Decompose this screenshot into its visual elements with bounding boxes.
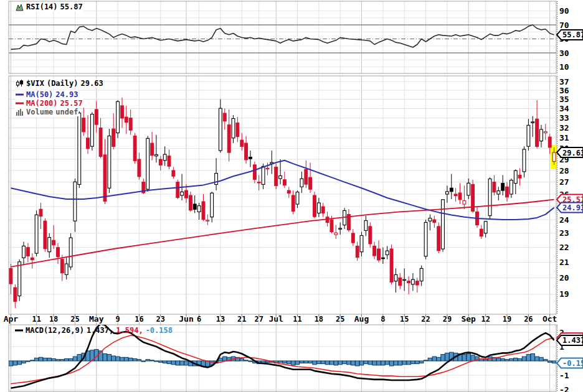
date-label: 11 [293, 315, 301, 324]
macd-legend: MACD(12,26,9) 1.437, 1.594, -0.158 [15, 326, 173, 335]
date-label: 21 [237, 315, 246, 324]
candles [9, 98, 557, 308]
svg-text:19: 19 [559, 289, 569, 299]
ma50-value: 24.93 [55, 90, 78, 99]
date-label: Aug [354, 314, 369, 324]
date-label: 6 [197, 315, 201, 324]
macd-value-line: 1.437, [87, 326, 113, 335]
rsi-panel-border [9, 1, 556, 73]
price-legend-symbol-row: $VIX (Daily) 29.63 [15, 79, 104, 88]
svg-text:36: 36 [559, 86, 569, 95]
ma200-legend-row: MA(200) 25.57 [15, 99, 83, 108]
svg-text:35: 35 [559, 95, 569, 104]
svg-text:27: 27 [559, 177, 569, 187]
date-label: 16 [135, 315, 143, 324]
macd-line-icon [15, 329, 23, 332]
date-label: 29 [443, 315, 452, 324]
svg-text:90: 90 [559, 6, 569, 16]
ma50-line-icon [16, 93, 24, 96]
date-axis: Apr111825May91623Jun6132127Jul111825Aug8… [4, 314, 557, 325]
date-label: 8 [381, 315, 385, 324]
date-label: Apr [4, 314, 19, 324]
date-label: 18 [315, 315, 323, 324]
axis-tag-29.63: 29.63 [557, 147, 583, 157]
date-label: 18 [49, 315, 58, 324]
date-label: 23 [156, 315, 165, 324]
date-label: 13 [216, 315, 225, 324]
date-label: 27 [255, 315, 263, 324]
svg-text:31: 31 [559, 133, 569, 142]
svg-text:55.87: 55.87 [562, 30, 583, 39]
svg-text:23: 23 [559, 228, 569, 238]
svg-text:22: 22 [559, 243, 569, 252]
volume-legend-row: Volume undef [15, 108, 78, 116]
price-timeframe: (Daily) [47, 79, 78, 88]
date-label: 11 [32, 315, 40, 324]
rsi-legend-label: RSI(14) [26, 2, 58, 11]
axis-tag-24.93: 24.93 [557, 203, 583, 213]
macd-label: MACD(12,26,9) [26, 326, 84, 335]
svg-text:21: 21 [559, 258, 569, 267]
ma50-label: MA(50) [26, 90, 53, 99]
candlestick-icon [16, 80, 24, 88]
date-label: 26 [524, 315, 533, 324]
date-label: 25 [336, 315, 344, 324]
svg-text:10: 10 [559, 62, 569, 72]
svg-text:1.437: 1.437 [562, 336, 583, 345]
svg-text:30: 30 [559, 49, 569, 58]
svg-text:70: 70 [559, 21, 569, 30]
date-label: 22 [421, 315, 430, 324]
volume-value: undef [55, 108, 78, 116]
svg-text:-2: -2 [559, 385, 569, 392]
axis-tag-1.437: 1.437 [557, 335, 583, 345]
date-label: Sep [461, 314, 476, 324]
date-label: 9 [115, 315, 120, 324]
date-label: May [89, 314, 104, 324]
date-label: Oct [543, 314, 557, 324]
price-axis-labels: 37363534333231302928272625242322212019 [559, 77, 569, 299]
volume-label: Volume [26, 108, 53, 116]
stockchart-app: Apr111825May91623Jun6132127Jul111825Aug8… [0, 0, 583, 392]
price-symbol: $VIX [26, 79, 44, 88]
svg-text:24: 24 [559, 215, 569, 225]
svg-text:20: 20 [559, 273, 569, 282]
svg-text:37: 37 [559, 77, 569, 86]
ma200-line-icon [16, 101, 24, 105]
svg-text:-1: -1 [559, 371, 569, 380]
svg-text:34: 34 [559, 104, 569, 113]
rsi-legend-value: 55.87 [60, 2, 83, 11]
svg-text:28: 28 [559, 166, 569, 175]
date-label: Jul [268, 314, 283, 324]
price-last-value: 29.63 [80, 79, 103, 88]
svg-text:32: 32 [559, 123, 569, 133]
date-label: Jun [179, 314, 193, 324]
date-label: 15 [400, 315, 409, 324]
date-label: 12 [481, 315, 490, 324]
svg-text:33: 33 [559, 113, 569, 123]
volume-bars-icon [16, 108, 24, 116]
axis-tag-55.87: 55.87 [557, 30, 583, 40]
macd-value-signal: 1.594, [116, 326, 143, 335]
rsi-area-icon [16, 3, 24, 11]
date-label: 19 [503, 315, 511, 324]
axis-tag--0.158: -0.158 [557, 358, 583, 368]
svg-text:29.63: 29.63 [562, 149, 583, 157]
macd-value-hist: -0.158 [146, 326, 173, 335]
ma50-legend-row: MA(50) 24.93 [15, 90, 78, 99]
ma200-label: MA(200) [26, 99, 58, 108]
date-label: 25 [70, 315, 79, 324]
svg-text:-0.158: -0.158 [562, 359, 583, 368]
rsi-legend: RSI(14) 55.87 [15, 2, 83, 11]
svg-text:24.93: 24.93 [562, 203, 583, 212]
ma200-value: 25.57 [60, 99, 83, 108]
